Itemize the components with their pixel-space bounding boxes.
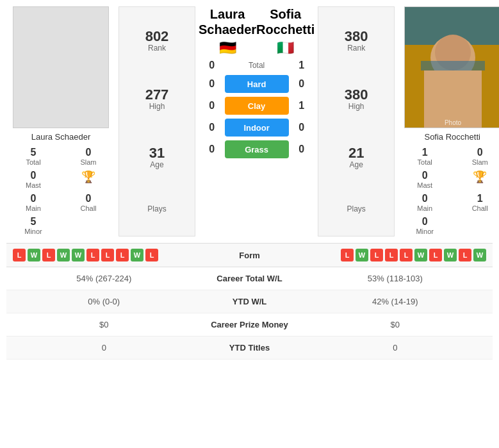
stat-minor-left: 5 Minor — [6, 215, 60, 236]
stat-trophy-left: 🏆 — [61, 169, 115, 190]
stat-minor-right: 0 Minor — [398, 215, 452, 236]
stat-main-right: 0 Main — [398, 192, 452, 213]
form-badge-left: L — [116, 249, 129, 261]
form-badge-left: L — [86, 249, 99, 261]
indoor-badge: Indoor — [225, 119, 289, 137]
grass-row: 0 Grass 0 — [199, 140, 315, 158]
form-badge-left: L — [101, 249, 114, 261]
plays-left: Plays — [147, 204, 166, 213]
player-left-stats: 5 Total 0 Slam 0 Mast 🏆 0 Main — [6, 145, 115, 236]
left-player-name-header: LauraSchaeder — [199, 6, 256, 37]
stat-chall-right: 1 Chall — [453, 192, 499, 213]
stats-value-right: 42% (14-19) — [307, 297, 484, 306]
right-player-name-header: SofiaRocchetti — [256, 6, 315, 37]
form-badge-left: W — [57, 249, 70, 261]
form-left: LWLWWLLLWL — [13, 249, 211, 261]
right-flag: 🇮🇹 — [256, 40, 315, 56]
stats-row-label: Career Total W/L — [192, 274, 307, 283]
stats-row: 0YTD Titles0 — [6, 336, 493, 360]
form-badge-left: L — [42, 249, 55, 261]
plays-right: Plays — [347, 204, 366, 213]
stat-mast-right: 0 Mast — [398, 169, 452, 190]
player-left-name: Laura Schaeder — [31, 132, 91, 142]
form-badge-right: L — [400, 249, 413, 261]
stats-row-label: Career Prize Money — [192, 320, 307, 329]
form-badge-right: W — [444, 249, 457, 261]
form-badge-left: W — [72, 249, 85, 261]
stats-row-label: YTD Titles — [192, 343, 307, 353]
info-card-right: 380 Rank 380 High 21 Age Plays — [318, 6, 395, 236]
player-right-name: Sofia Rocchetti — [424, 132, 480, 142]
high-right: 380 High — [345, 88, 368, 111]
left-flag: 🇩🇪 — [199, 40, 256, 56]
stats-value-right: 0 — [307, 343, 484, 353]
stats-row: 54% (267-224)Career Total W/L53% (118-10… — [6, 267, 493, 290]
form-badge-right: L — [459, 249, 471, 261]
stats-row-label: YTD W/L — [192, 297, 307, 306]
stats-value-right: 53% (118-103) — [307, 274, 484, 283]
svg-text:Photo: Photo — [445, 119, 462, 126]
stat-main-left: 0 Main — [6, 192, 60, 213]
form-badge-left: L — [145, 249, 158, 261]
stat-total-left: 5 Total — [6, 145, 60, 167]
center-column: LauraSchaeder 🇩🇪 SofiaRocchetti 🇮🇹 0 Tot… — [199, 6, 315, 236]
age-left: 31 Age — [149, 146, 165, 169]
stats-value-left: $0 — [16, 320, 192, 329]
stat-slam-right: 0 Slam — [453, 145, 499, 167]
main-container: Laura Schaeder 5 Total 0 Slam 0 Mast 🏆 — [0, 0, 499, 366]
player-right-stats: 1 Total 0 Slam 0 Mast 🏆 0 Main — [398, 145, 499, 236]
trophy-icon-right: 🏆 — [473, 170, 487, 184]
surface-rows: 0 Total 1 0 Hard 0 0 Clay — [199, 60, 315, 162]
form-right: LWLLLWLWLW — [288, 249, 487, 261]
stats-value-left: 0% (0-0) — [16, 297, 192, 306]
hard-badge: Hard — [225, 75, 289, 93]
age-right: 21 Age — [348, 146, 364, 169]
svg-rect-6 — [421, 61, 485, 71]
stats-row: $0Career Prize Money$0 — [6, 313, 493, 336]
indoor-row: 0 Indoor 0 — [199, 119, 315, 137]
hard-row: 0 Hard 0 — [199, 75, 315, 93]
player-left-card: Laura Schaeder 5 Total 0 Slam 0 Mast 🏆 — [6, 6, 115, 236]
player-right-card: Photo Sofia Rocchetti 1 Total 0 Slam 0 M… — [398, 6, 499, 236]
stats-value-left: 54% (267-224) — [16, 274, 192, 283]
info-card-left: 802 Rank 277 High 31 Age Plays — [119, 6, 195, 236]
stats-value-left: 0 — [16, 343, 192, 353]
form-badge-right: L — [429, 249, 442, 261]
form-badge-right: L — [370, 249, 383, 261]
form-badge-right: L — [385, 249, 398, 261]
trophy-icon-left: 🏆 — [81, 170, 95, 184]
rank-left: 802 Rank — [145, 29, 169, 53]
form-badge-right: L — [341, 249, 354, 261]
player-right-photo: Photo — [404, 6, 499, 128]
stats-row: 0% (0-0)YTD W/L42% (14-19) — [6, 290, 493, 313]
stat-slam-left: 0 Slam — [61, 145, 115, 167]
stat-total-right: 1 Total — [398, 145, 452, 167]
form-badge-right: W — [414, 249, 427, 261]
form-badge-right: W — [356, 249, 368, 261]
form-badge-left: L — [13, 249, 26, 261]
stat-trophy-right: 🏆 — [453, 169, 499, 190]
form-section: LWLWWLLLWL Form LWLLLWLWLW — [6, 243, 493, 267]
header-left: LauraSchaeder 🇩🇪 — [199, 6, 256, 56]
header-right: SofiaRocchetti 🇮🇹 — [256, 6, 315, 56]
high-left: 277 High — [145, 88, 169, 111]
form-label: Form — [211, 251, 288, 260]
form-badge-left: W — [28, 249, 40, 261]
total-row: 0 Total 1 — [199, 60, 315, 71]
form-badge-left: W — [131, 249, 143, 261]
clay-badge: Clay — [225, 97, 289, 115]
player-headers: LauraSchaeder 🇩🇪 SofiaRocchetti 🇮🇹 — [199, 6, 315, 56]
form-badge-right: W — [473, 249, 486, 261]
top-section: Laura Schaeder 5 Total 0 Slam 0 Mast 🏆 — [6, 6, 493, 236]
stat-mast-left: 0 Mast — [6, 169, 60, 190]
stat-chall-left: 0 Chall — [61, 192, 115, 213]
player-left-photo — [13, 6, 109, 128]
clay-row: 0 Clay 1 — [199, 97, 315, 115]
rank-right: 380 Rank — [345, 29, 368, 53]
stats-value-right: $0 — [307, 320, 484, 329]
stats-rows: 54% (267-224)Career Total W/L53% (118-10… — [6, 267, 493, 360]
player-right-photo-svg: Photo — [405, 6, 499, 128]
grass-badge: Grass — [225, 140, 289, 158]
